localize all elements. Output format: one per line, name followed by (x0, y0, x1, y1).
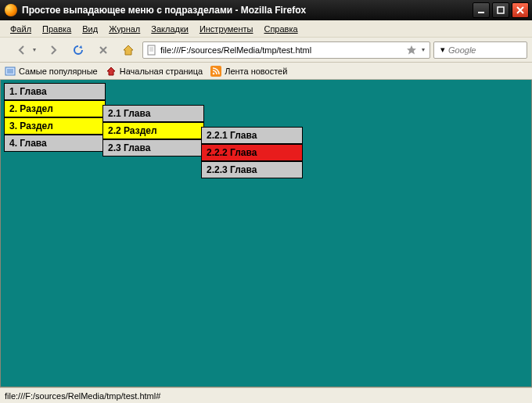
menu-help[interactable]: Справка (258, 23, 303, 35)
menu-view[interactable]: Вид (77, 23, 103, 35)
page-icon (146, 45, 157, 56)
search-dropdown-icon[interactable]: ▾ (440, 45, 445, 55)
svg-point-6 (213, 72, 215, 74)
url-input[interactable] (160, 45, 403, 55)
bookmark-label: Лента новостей (225, 67, 287, 76)
back-dropdown-icon: ▾ (33, 46, 36, 53)
menu-l1-item[interactable]: 4. Глава (4, 135, 106, 152)
menu-history-label: Журнал (109, 24, 140, 34)
menu-item-label: 4. Глава (9, 138, 47, 149)
url-bar[interactable]: ▾ (142, 41, 430, 59)
menu-l2-item[interactable]: 2.3 Глава (102, 139, 204, 157)
menu-item-label: 2. Раздел (9, 103, 53, 114)
menu-l1-item[interactable]: 3. Раздел (4, 117, 106, 135)
menu-l3-item[interactable]: 2.2.1 Глава (201, 127, 303, 144)
bookmark-label: Начальная страница (120, 67, 203, 76)
minimize-button[interactable] (473, 2, 490, 18)
svg-rect-2 (148, 45, 155, 55)
stop-button[interactable] (92, 40, 114, 60)
menu-file-label: Файл (10, 24, 31, 34)
menu-l2-item[interactable]: 2.2 Раздел (102, 122, 204, 139)
menu-item-label: 2.2.3 Глава (207, 164, 257, 175)
search-input[interactable] (448, 45, 532, 55)
list-icon (5, 66, 16, 77)
menu-item-label: 2.1 Глава (108, 108, 150, 119)
home-button[interactable] (117, 40, 139, 60)
menu-l3-item[interactable]: 2.2.2 Глава (201, 144, 303, 161)
statusbar: file:///F:/sources/RelMedia/tmp/test.htm… (0, 387, 532, 403)
menu-l3-item[interactable]: 2.2.3 Глава (201, 161, 303, 178)
bookmark-start[interactable]: Начальная страница (106, 66, 203, 77)
bookmarks-bar: Самые популярные Начальная страница Лент… (0, 63, 532, 80)
menu-bookmarks-label: Закладки (151, 24, 189, 34)
menu-item-label: 2.3 Глава (108, 142, 150, 153)
back-button[interactable]: ▾ (5, 40, 39, 60)
menu-view-label: Вид (82, 24, 98, 34)
menu-item-label: 2.2 Раздел (108, 125, 157, 136)
menu-bookmarks[interactable]: Закладки (146, 23, 194, 35)
bookmark-star-icon[interactable] (406, 45, 417, 56)
menu-item-label: 3. Раздел (9, 121, 53, 131)
page-content: 1. Глава 2. Раздел 3. Раздел 4. Глава 2.… (0, 80, 532, 387)
menu-edit[interactable]: Правка (37, 23, 77, 35)
nav-toolbar: ▾ ▾ G ▾ (0, 38, 532, 63)
menu-tools[interactable]: Инструменты (194, 23, 259, 35)
menu-tools-label: Инструменты (200, 24, 253, 34)
forward-button[interactable] (42, 40, 64, 60)
svg-rect-1 (498, 7, 504, 13)
rss-icon (210, 66, 221, 77)
bookmark-label: Самые популярные (19, 67, 98, 76)
menu-l1-item[interactable]: 2. Раздел (4, 100, 106, 117)
reload-button[interactable] (67, 40, 89, 60)
window-titlebar: Простое выпадающее меню с подразделами -… (0, 0, 532, 20)
menu-history[interactable]: Журнал (103, 23, 146, 35)
menu-item-label: 1. Глава (9, 86, 47, 97)
menu-help-label: Справка (264, 24, 297, 34)
maximize-button[interactable] (492, 2, 509, 18)
home-red-icon (106, 66, 117, 77)
bookmark-popular[interactable]: Самые популярные (5, 66, 98, 77)
svg-rect-0 (478, 12, 484, 13)
window-controls (473, 2, 529, 18)
url-dropdown-icon[interactable]: ▾ (420, 46, 426, 53)
menu-l2-item[interactable]: 2.1 Глава (102, 105, 204, 122)
search-box[interactable]: G ▾ (433, 41, 527, 59)
menu-item-label: 2.2.2 Глава (207, 147, 257, 158)
window-title: Простое выпадающее меню с подразделами -… (22, 5, 473, 16)
menu-edit-label: Правка (42, 24, 71, 34)
bookmark-news[interactable]: Лента новостей (210, 66, 287, 77)
menu-file[interactable]: Файл (5, 23, 37, 35)
menu-item-label: 2.2.1 Глава (207, 130, 257, 141)
menu-l1-item[interactable]: 1. Глава (4, 83, 106, 100)
close-button[interactable] (512, 2, 529, 18)
firefox-icon (5, 4, 17, 16)
status-text: file:///F:/sources/RelMedia/tmp/test.htm… (5, 391, 160, 401)
menubar: Файл Правка Вид Журнал Закладки Инструме… (0, 20, 532, 38)
